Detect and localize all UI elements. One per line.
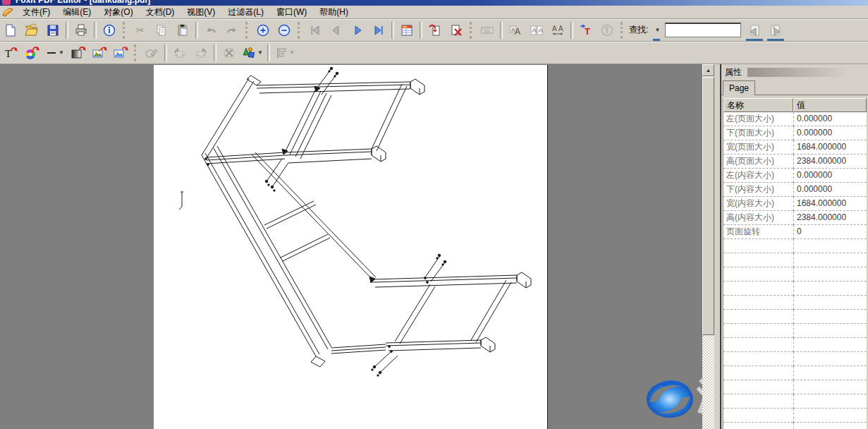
property-name: 页面旋转 — [723, 225, 793, 239]
add-color-object-button[interactable] — [22, 44, 42, 62]
text-circle-icon: T — [600, 23, 614, 37]
paste-button[interactable] — [173, 21, 192, 40]
letter-spacing-button[interactable]: AA — [548, 21, 568, 40]
zoom-in-icon — [256, 23, 270, 37]
add-shading-button[interactable] — [68, 44, 88, 62]
previous-page-icon — [329, 23, 343, 37]
rotate-right-button[interactable] — [191, 44, 211, 62]
first-page-button[interactable] — [305, 21, 325, 40]
insert-shape-button[interactable]: ▼ — [240, 44, 264, 62]
redo-button[interactable] — [222, 21, 242, 40]
add-text-object-button[interactable]: T — [1, 44, 20, 62]
svg-text:T: T — [605, 27, 609, 35]
new-document-button[interactable] — [1, 21, 20, 40]
name-column-header[interactable]: 名称 — [723, 98, 793, 112]
chevron-down-icon: ▼ — [59, 49, 64, 56]
zoom-in-button[interactable] — [253, 21, 273, 40]
previous-page-button[interactable] — [326, 21, 346, 40]
scrollbar-thumb[interactable] — [702, 77, 714, 335]
edit-image-button[interactable] — [90, 44, 109, 62]
font-size-button[interactable]: AA — [527, 21, 546, 40]
menu-filter[interactable]: 过滤器(L) — [221, 6, 270, 19]
table-row[interactable]: 页面旋转0 — [723, 225, 867, 239]
line-tool-button[interactable]: ▼ — [43, 44, 67, 62]
property-value[interactable]: 0.000000 — [793, 169, 867, 183]
property-name: 高(页面大小) — [723, 155, 793, 169]
tab-page[interactable]: Page — [723, 80, 755, 95]
find-options-dropdown[interactable]: ▼ — [652, 21, 661, 40]
menu-help[interactable]: 帮助(H) — [313, 6, 355, 19]
find-label: 查找: — [629, 24, 648, 36]
page-layout-button[interactable] — [397, 21, 417, 40]
value-column-header[interactable]: 值 — [793, 98, 867, 112]
text-mode-button[interactable]: T — [597, 21, 617, 40]
chevron-down-icon: ▼ — [654, 27, 660, 33]
zoom-out-button[interactable] — [274, 21, 294, 40]
toolbar-gripper — [621, 22, 625, 39]
find-next-button[interactable] — [766, 21, 786, 40]
align-objects-button[interactable]: ▼ — [273, 44, 297, 62]
last-page-button[interactable] — [369, 21, 389, 40]
menu-edit[interactable]: 编辑(E) — [56, 6, 97, 19]
table-row[interactable]: 高(内容大小)2384.000000 — [723, 211, 867, 225]
chevron-down-icon: ▼ — [289, 49, 295, 56]
pdf-page[interactable] — [154, 65, 548, 429]
table-row[interactable]: 宽(内容大小)1684.000000 — [723, 197, 867, 211]
app-icon — [2, 0, 11, 5]
cut-button[interactable]: ✂ — [130, 21, 150, 40]
zoom-out-icon — [277, 23, 291, 37]
rotate-left-button[interactable] — [170, 44, 190, 62]
watermark-text: 泽网 — [697, 375, 702, 417]
add-text-icon: T — [3, 46, 18, 60]
insert-text-button[interactable]: T — [576, 21, 596, 40]
table-row[interactable]: 左(内容大小)0.000000 — [723, 169, 867, 183]
property-value[interactable]: 0.000000 — [793, 112, 867, 126]
menu-object[interactable]: 对象(O) — [97, 6, 139, 19]
property-value[interactable]: 2384.000000 — [793, 155, 867, 169]
font-replace-button[interactable]: AA — [506, 21, 525, 40]
keyboard-button[interactable] — [477, 21, 497, 40]
delete-object-button[interactable] — [219, 44, 239, 62]
table-row[interactable]: 高(页面大小)2384.000000 — [723, 155, 867, 169]
save-button[interactable] — [43, 21, 63, 40]
insert-page-button[interactable] — [425, 21, 445, 40]
toolbar-gripper — [470, 22, 474, 39]
last-page-icon — [372, 23, 386, 37]
delete-page-button[interactable] — [446, 21, 466, 40]
toolbar-separator — [500, 22, 503, 39]
scrollbar-track[interactable] — [702, 336, 714, 429]
table-row[interactable]: 左(页面大小)0.000000 — [723, 112, 867, 126]
add-image-button[interactable] — [111, 44, 130, 62]
property-value[interactable]: 0 — [793, 225, 867, 239]
menu-file[interactable]: 文件(F) — [16, 6, 56, 19]
edit-object-button[interactable] — [142, 44, 161, 62]
table-row[interactable]: 下(页面大小)0.000000 — [723, 126, 867, 140]
property-value[interactable]: 2384.000000 — [793, 211, 867, 225]
property-value[interactable]: 0.000000 — [793, 126, 867, 140]
print-button[interactable] — [71, 21, 91, 40]
property-value[interactable]: 1684.000000 — [793, 197, 867, 211]
scissors-icon: ✂ — [136, 24, 145, 37]
document-info-button[interactable] — [99, 21, 119, 40]
menu-view[interactable]: 视图(V) — [181, 6, 221, 19]
menu-window[interactable]: 窗口(W) — [270, 6, 313, 19]
find-input[interactable] — [665, 23, 741, 37]
copy-button[interactable] — [152, 21, 171, 40]
table-row[interactable]: 下(内容大小)0.000000 — [723, 183, 867, 197]
property-value[interactable]: 1684.000000 — [793, 140, 867, 155]
table-row[interactable]: 宽(页面大小)1684.000000 — [723, 140, 867, 155]
scroll-up-button[interactable]: ▲ — [702, 64, 714, 76]
menu-document[interactable]: 文档(D) — [140, 6, 181, 19]
document-canvas[interactable]: 泽网 — [0, 64, 702, 429]
properties-table: 名称 值 左(页面大小)0.000000 下(页面大小)0.000000 宽(页… — [723, 98, 867, 429]
open-file-button[interactable] — [22, 21, 42, 40]
property-name: 左(内容大小) — [723, 169, 793, 183]
property-value[interactable]: 0.000000 — [793, 183, 867, 197]
undo-button[interactable] — [201, 21, 221, 40]
document-menu-icon[interactable] — [1, 6, 14, 18]
panel-splitter[interactable] — [714, 64, 720, 429]
font-replace-icon: AA — [508, 23, 522, 37]
find-previous-button[interactable] — [745, 21, 764, 40]
next-page-button[interactable] — [348, 21, 367, 40]
shapes-3d-icon — [242, 46, 256, 60]
